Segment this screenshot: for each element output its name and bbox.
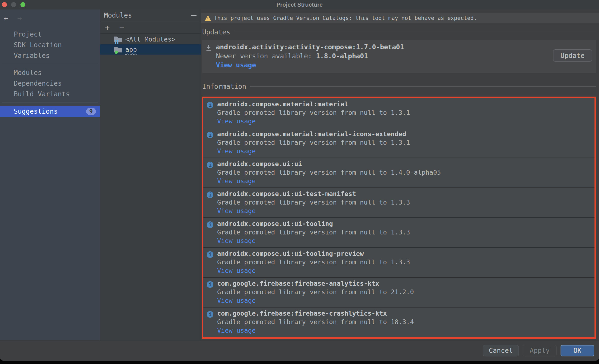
- newer-version-number: 1.8.0-alpha01: [316, 52, 368, 60]
- view-usage-link[interactable]: View usage: [217, 267, 256, 274]
- sidebar-item-modules[interactable]: Modules: [0, 67, 100, 78]
- project-structure-dialog: Project Structure ← → Project SDK Locati…: [0, 0, 599, 361]
- information-item: i androidx.compose.ui:ui-tooling-preview…: [203, 247, 594, 277]
- library-description: Gradle promoted library version from nul…: [217, 318, 414, 326]
- warning-banner-text: This project uses Gradle Version Catalog…: [214, 15, 477, 21]
- add-module-button[interactable]: +: [105, 24, 110, 32]
- information-item: i androidx.compose.ui:ui-test-manifest G…: [203, 187, 594, 217]
- suggestions-label: Suggestions: [14, 106, 58, 117]
- tree-item-label: <All Modules>: [125, 35, 175, 43]
- minimize-panel-icon[interactable]: [191, 15, 196, 16]
- information-section-header: Information: [202, 83, 596, 90]
- info-icon: i: [207, 281, 213, 288]
- information-item: i androidx.compose.ui:ui Gradle promoted…: [203, 157, 594, 187]
- sidebar-divider: [2, 102, 98, 103]
- library-title: com.google.firebase:firebase-analytics-k…: [217, 279, 414, 288]
- sidebar-item-suggestions[interactable]: Suggestions 9: [0, 106, 100, 117]
- library-description: Gradle promoted library version from nul…: [217, 198, 410, 207]
- cancel-button[interactable]: Cancel: [483, 345, 519, 356]
- modules-tree: <All Modules> app: [100, 34, 201, 55]
- info-icon: i: [207, 251, 213, 258]
- library-title: com.google.firebase:firebase-crashlytics…: [217, 309, 414, 318]
- info-icon: i: [207, 191, 213, 198]
- warning-icon: [205, 15, 211, 21]
- dialog-footer: Cancel Apply OK: [0, 340, 599, 361]
- window-title: Project Structure: [0, 0, 599, 9]
- updates-section-header: Updates: [202, 28, 596, 36]
- information-item: i androidx.compose.material:material-ico…: [203, 128, 594, 157]
- updates-section-title: Updates: [202, 28, 230, 36]
- all-modules-folder-icon: [114, 35, 123, 44]
- library-title: androidx.compose.material:material: [217, 100, 410, 108]
- close-window-button[interactable]: [2, 2, 7, 7]
- gradle-catalog-warning-banner: This project uses Gradle Version Catalog…: [201, 13, 599, 23]
- information-section-title: Information: [202, 83, 246, 90]
- sidebar-divider: [2, 64, 98, 64]
- view-usage-link[interactable]: View usage: [217, 237, 256, 244]
- view-usage-link[interactable]: View usage: [217, 147, 256, 155]
- section-rule: [250, 86, 596, 87]
- sidebar-item-project[interactable]: Project: [0, 29, 100, 40]
- library-title: androidx.compose.ui:ui-tooling: [217, 219, 410, 228]
- section-rule: [234, 32, 596, 32]
- remove-module-button[interactable]: −: [119, 24, 124, 32]
- app-module-folder-icon: [114, 45, 123, 54]
- newer-version-text: Newer version available:: [216, 52, 316, 60]
- apply-button[interactable]: Apply: [523, 345, 556, 356]
- suggestions-count-badge: 9: [86, 108, 96, 115]
- library-title: androidx.compose.material:material-icons…: [217, 130, 410, 138]
- ok-button[interactable]: OK: [561, 345, 594, 356]
- forward-arrow-icon[interactable]: →: [17, 14, 22, 24]
- back-arrow-icon[interactable]: ←: [4, 14, 8, 24]
- library-description: Gradle promoted library version from nul…: [217, 228, 410, 237]
- modules-panel-title: Modules: [104, 11, 132, 19]
- suggestions-content: This project uses Gradle Version Catalog…: [201, 9, 599, 340]
- library-title: androidx.compose.ui:ui-tooling-preview: [217, 249, 410, 258]
- update-item-title: androidx.activity:activity-compose:1.7.0…: [216, 43, 549, 52]
- info-icon: i: [207, 102, 213, 108]
- tree-item-label: app: [125, 46, 137, 53]
- title-bar: Project Structure: [0, 0, 599, 9]
- view-usage-link[interactable]: View usage: [217, 327, 256, 334]
- modules-panel: Modules + − <All Modules>: [100, 9, 201, 340]
- information-item: i com.google.firebase:firebase-analytics…: [203, 277, 594, 307]
- minimize-window-button[interactable]: [11, 2, 16, 7]
- sidebar-item-build-variants[interactable]: Build Variants: [0, 89, 100, 99]
- sidebar-item-dependencies[interactable]: Dependencies: [0, 78, 100, 89]
- library-description: Gradle promoted library version from nul…: [217, 108, 410, 117]
- view-usage-link[interactable]: View usage: [216, 61, 256, 69]
- library-description: Gradle promoted library version from nul…: [217, 258, 410, 267]
- library-description: Gradle promoted library version from nul…: [217, 138, 410, 147]
- zoom-window-button[interactable]: [20, 2, 25, 7]
- library-description: Gradle promoted library version from nul…: [217, 168, 441, 177]
- info-icon: i: [207, 162, 213, 168]
- library-title: androidx.compose.ui:ui-test-manifest: [217, 190, 410, 198]
- information-item: i androidx.compose.ui:ui-tooling Gradle …: [203, 217, 594, 247]
- tree-item-app[interactable]: app: [100, 44, 201, 55]
- sidebar-item-variables[interactable]: Variables: [0, 50, 100, 61]
- update-button[interactable]: Update: [553, 49, 592, 62]
- traffic-lights: [2, 2, 25, 7]
- tree-item-all-modules[interactable]: <All Modules>: [100, 34, 201, 44]
- info-icon: i: [207, 221, 213, 228]
- update-item-subtitle: Newer version available: 1.8.0-alpha01: [216, 52, 549, 61]
- sidebar-item-sdk-location[interactable]: SDK Location: [0, 40, 100, 50]
- update-item-row: androidx.activity:activity-compose:1.7.0…: [202, 40, 596, 73]
- sidebar: ← → Project SDK Location Variables Modul…: [0, 9, 100, 340]
- view-usage-link[interactable]: View usage: [217, 297, 256, 304]
- view-usage-link[interactable]: View usage: [217, 177, 256, 185]
- library-title: androidx.compose.ui:ui: [217, 160, 441, 168]
- information-item: i com.google.firebase:firebase-crashlyti…: [203, 307, 594, 337]
- view-usage-link[interactable]: View usage: [217, 207, 256, 215]
- download-icon: [205, 45, 212, 52]
- info-icon: i: [207, 311, 213, 318]
- information-item: i androidx.compose.material:material Gra…: [203, 98, 594, 128]
- view-usage-link[interactable]: View usage: [217, 117, 256, 125]
- information-list: i androidx.compose.material:material Gra…: [202, 96, 596, 339]
- library-description: Gradle promoted library version from nul…: [217, 288, 414, 296]
- info-icon: i: [207, 132, 213, 138]
